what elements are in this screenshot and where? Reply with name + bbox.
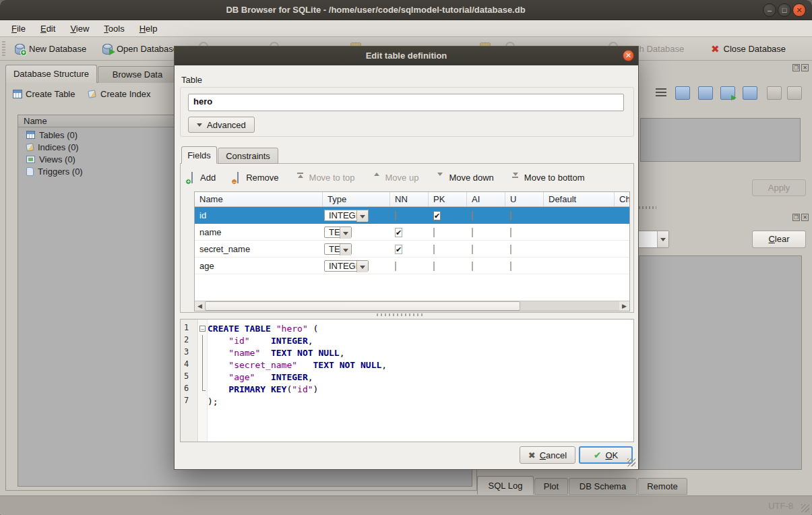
field-name-cell[interactable]: name bbox=[195, 227, 323, 237]
pk-checkbox[interactable] bbox=[433, 228, 435, 237]
cancel-button[interactable]: ✖ Cancel bbox=[520, 446, 575, 464]
type-dropdown[interactable]: INTEGER bbox=[324, 260, 369, 272]
table-label: Table bbox=[181, 75, 202, 85]
fold-marker-icon[interactable]: – bbox=[198, 323, 208, 335]
nn-checkbox[interactable] bbox=[395, 245, 402, 254]
sql-log-view[interactable] bbox=[639, 255, 802, 470]
type-dropdown[interactable]: TEXT bbox=[324, 226, 352, 238]
tag-icon bbox=[26, 143, 34, 151]
nn-checkbox[interactable] bbox=[395, 262, 396, 271]
dock-splitter-handle[interactable] bbox=[639, 206, 656, 209]
menu-tools[interactable]: Tools bbox=[96, 22, 131, 36]
open-in-editor-icon[interactable] bbox=[720, 86, 735, 100]
menu-view[interactable]: View bbox=[63, 22, 96, 36]
bottom-tab-db-schema[interactable]: DB Schema bbox=[569, 478, 637, 495]
close-database-button[interactable]: ✖ Close Database bbox=[711, 41, 786, 57]
dialog-resize-grip[interactable] bbox=[627, 458, 635, 466]
menu-edit[interactable]: Edit bbox=[33, 22, 63, 36]
column-header-u[interactable]: U bbox=[505, 192, 544, 206]
field-row-age[interactable]: ageINTEGER bbox=[195, 258, 629, 274]
field-type-cell: TEXT bbox=[323, 243, 390, 255]
toolbar-drag-handle[interactable] bbox=[2, 41, 5, 56]
tab-database-structure[interactable]: Database Structure bbox=[5, 65, 97, 83]
column-header-nn[interactable]: NN bbox=[390, 192, 429, 206]
field-name-cell[interactable]: secret_name bbox=[195, 244, 323, 254]
bottom-tab-plot[interactable]: Plot bbox=[534, 478, 568, 495]
dock-close-icon[interactable]: ✕ bbox=[801, 64, 809, 71]
dock2-float-icon[interactable]: ❐ bbox=[792, 214, 800, 221]
type-dropdown[interactable]: TEXT bbox=[324, 243, 352, 255]
splitter-handle[interactable] bbox=[377, 313, 424, 316]
encoding-indicator[interactable]: UTF-8 bbox=[768, 501, 793, 511]
move-up-icon bbox=[373, 173, 381, 183]
field-name-cell[interactable]: age bbox=[195, 261, 323, 271]
tab-browse-data[interactable]: Browse Data bbox=[98, 66, 177, 83]
tab-fields[interactable]: Fields bbox=[181, 146, 217, 164]
minimize-icon[interactable]: – bbox=[763, 3, 776, 17]
horizontal-scrollbar[interactable]: ◀ ▶ bbox=[195, 301, 629, 311]
link-data-icon[interactable] bbox=[743, 86, 757, 100]
add-button[interactable]: +Add bbox=[187, 173, 216, 183]
nn-checkbox[interactable] bbox=[395, 228, 402, 237]
move-to-bottom-button[interactable]: Move to bottom bbox=[511, 173, 585, 183]
move-down-button[interactable]: Move down bbox=[436, 173, 493, 183]
print-icon[interactable] bbox=[787, 86, 802, 100]
u-checkbox[interactable] bbox=[510, 262, 511, 271]
maximize-icon[interactable]: □ bbox=[778, 3, 791, 17]
menu-help[interactable]: Help bbox=[132, 22, 165, 36]
scroll-right-icon[interactable]: ▶ bbox=[619, 301, 629, 311]
column-header-default[interactable]: Default bbox=[544, 192, 615, 206]
column-header-ai[interactable]: AI bbox=[467, 192, 505, 206]
sql-line: 4 "secret_name" TEXT NOT NULL, bbox=[181, 359, 633, 371]
clear-button[interactable]: Clear bbox=[752, 231, 806, 248]
ai-checkbox[interactable] bbox=[472, 228, 473, 237]
column-header-type[interactable]: Type bbox=[323, 192, 390, 206]
scroll-left-icon[interactable]: ◀ bbox=[195, 301, 205, 311]
bottom-tab-remote[interactable]: Remote bbox=[637, 478, 687, 495]
scrollbar-thumb[interactable] bbox=[205, 301, 520, 311]
column-header-name[interactable]: Name bbox=[195, 192, 323, 206]
table-icon bbox=[26, 131, 35, 139]
dialog-close-icon[interactable]: ✕ bbox=[623, 50, 634, 61]
create-index-button[interactable]: Create Index bbox=[87, 89, 150, 99]
sql-line: 6 PRIMARY KEY("id") bbox=[181, 384, 633, 396]
ai-checkbox[interactable] bbox=[472, 245, 473, 254]
field-row-id[interactable]: idINTEGER bbox=[195, 207, 629, 224]
type-dropdown[interactable]: INTEGER bbox=[324, 210, 369, 221]
menu-file[interactable]: File bbox=[4, 22, 33, 36]
tab-constraints[interactable]: Constraints bbox=[218, 148, 278, 164]
field-row-name[interactable]: nameTEXT bbox=[195, 224, 629, 241]
edit-cell-box[interactable] bbox=[640, 118, 801, 162]
word-wrap-icon[interactable] bbox=[656, 88, 666, 98]
move-bottom-icon bbox=[511, 173, 520, 183]
field-row-secret_name[interactable]: secret_nameTEXT bbox=[195, 241, 629, 258]
ai-checkbox[interactable] bbox=[472, 211, 473, 220]
field-name-cell[interactable]: id bbox=[195, 210, 323, 220]
pk-checkbox[interactable] bbox=[433, 211, 441, 220]
nn-checkbox[interactable] bbox=[395, 211, 396, 220]
dock-float-icon[interactable]: ❐ bbox=[792, 64, 800, 71]
sql-code[interactable]: 1–CREATE TABLE "hero" (2 "id" INTEGER,3 … bbox=[181, 320, 633, 408]
advanced-button[interactable]: Advanced bbox=[188, 117, 255, 133]
create-table-button[interactable]: Create Table bbox=[13, 89, 75, 99]
u-checkbox[interactable] bbox=[510, 211, 511, 220]
pk-checkbox[interactable] bbox=[433, 245, 435, 254]
resize-grip[interactable] bbox=[801, 504, 809, 512]
dock2-close-icon[interactable]: ✕ bbox=[801, 214, 809, 221]
table-name-input[interactable]: hero bbox=[188, 94, 624, 111]
column-header-check[interactable]: Check bbox=[615, 192, 630, 206]
column-header-pk[interactable]: PK bbox=[429, 192, 467, 206]
pk-checkbox[interactable] bbox=[433, 262, 435, 271]
new-database-button[interactable]: + New Database bbox=[15, 41, 86, 57]
import-text-icon[interactable] bbox=[675, 86, 690, 100]
fields-grid: NameTypeNNPKAIUDefaultCheck idINTEGERnam… bbox=[194, 191, 630, 311]
u-checkbox[interactable] bbox=[510, 245, 511, 254]
open-database-button[interactable]: Open Database bbox=[102, 41, 178, 57]
u-checkbox[interactable] bbox=[510, 228, 511, 237]
ok-button[interactable]: ✔ OK bbox=[579, 446, 633, 464]
export-text-icon[interactable] bbox=[698, 86, 713, 100]
ai-checkbox[interactable] bbox=[472, 262, 473, 271]
bottom-tab-sql-log[interactable]: SQL Log bbox=[477, 476, 534, 495]
remove-button[interactable]: –Remove bbox=[233, 173, 278, 183]
close-icon[interactable]: ✕ bbox=[792, 3, 806, 17]
